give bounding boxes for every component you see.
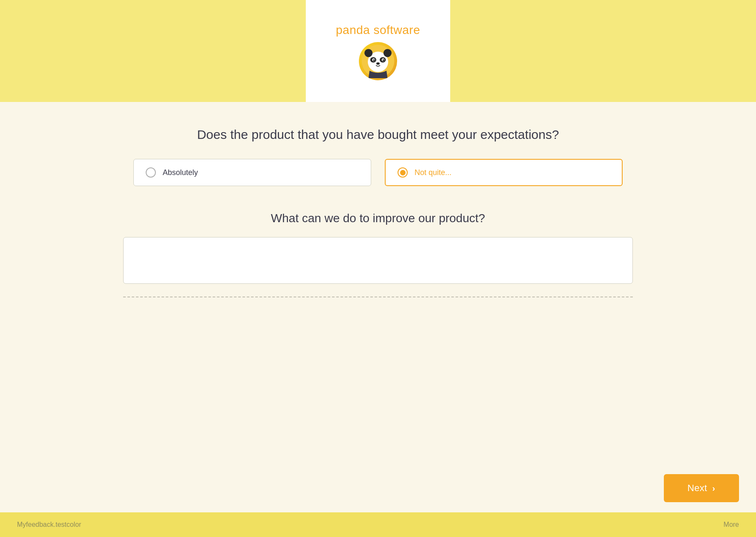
header-card: panda software	[306, 0, 450, 102]
bottom-footer: Myfeedback.testcolor More	[0, 512, 756, 537]
radio-group: Absolutely Not quite...	[123, 159, 633, 186]
divider-band	[17, 284, 739, 297]
radio-label-absolutely: Absolutely	[163, 168, 198, 177]
footer-right-text: More	[724, 521, 739, 529]
dashed-divider	[123, 297, 633, 297]
panda-avatar	[359, 42, 397, 80]
radio-option-not-quite[interactable]: Not quite...	[385, 159, 623, 186]
radio-option-absolutely[interactable]: Absolutely	[133, 159, 371, 186]
header-band: panda software	[0, 0, 756, 102]
svg-point-3	[384, 49, 392, 57]
action-bar: Next ›	[0, 464, 756, 512]
radio-circle-absolutely	[146, 167, 156, 178]
brand-name: panda software	[336, 23, 420, 37]
main-content: Does the product that you have bought me…	[0, 102, 756, 464]
svg-point-2	[364, 49, 372, 57]
radio-inner-not-quite	[400, 170, 406, 175]
question2-title: What can we do to improve our product?	[271, 212, 485, 225]
radio-label-not-quite: Not quite...	[415, 168, 451, 177]
next-button[interactable]: Next ›	[664, 474, 739, 502]
next-chevron-icon: ›	[712, 483, 715, 493]
radio-circle-not-quite	[398, 167, 408, 178]
svg-point-10	[376, 62, 380, 65]
feedback-textarea[interactable]	[123, 237, 633, 284]
svg-point-9	[383, 59, 384, 61]
question1-title: Does the product that you have bought me…	[197, 127, 559, 142]
next-label: Next	[688, 483, 707, 494]
svg-point-8	[373, 59, 375, 61]
footer-left-text: Myfeedback.testcolor	[17, 521, 81, 529]
